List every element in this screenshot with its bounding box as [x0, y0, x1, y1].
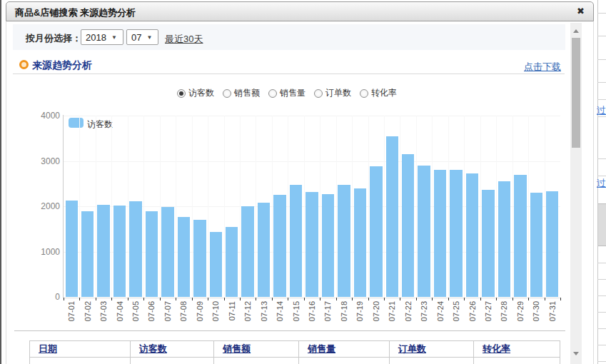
table-cell	[131, 357, 214, 364]
background-page-edge	[0, 0, 1, 364]
dialog-titlebar: 商品&店铺搜索 来源趋势分析 ✖	[6, 1, 594, 21]
grid-line	[528, 116, 529, 297]
metric-radio-2[interactable]: 销售量	[268, 87, 305, 99]
bar-07-26	[466, 173, 478, 297]
table-header-1[interactable]: 访客数	[131, 341, 214, 357]
bar-07-27	[482, 190, 494, 298]
grid-line	[320, 116, 320, 297]
background-cell-border	[597, 345, 606, 345]
x-tick-label: 07-22	[404, 301, 413, 330]
grid-line	[208, 116, 208, 297]
bar-07-16	[305, 192, 318, 297]
background-cell-border	[597, 59, 606, 60]
bar-07-19	[354, 188, 366, 297]
vertical-scrollbar[interactable]	[570, 23, 582, 364]
bar-07-02	[81, 211, 94, 297]
x-tick-label: 07-25	[452, 301, 460, 330]
last-30-days-link[interactable]: 最近30天	[165, 33, 203, 46]
scrollbar-thumb[interactable]	[572, 38, 580, 148]
grid-line	[368, 116, 369, 297]
background-cell-border	[597, 328, 606, 329]
x-tick-label: 07-03	[99, 301, 108, 330]
year-select[interactable]: 2018 ▼	[81, 29, 123, 45]
grid-line	[352, 116, 353, 297]
x-tick-label: 07-01	[67, 301, 76, 330]
bar-07-17	[322, 194, 334, 297]
y-tick-label: 4000	[21, 111, 60, 121]
radio-icon[interactable]	[268, 89, 277, 98]
metric-radio-label: 订单数	[325, 87, 351, 99]
x-tick-label: 07-24	[436, 301, 445, 330]
bar-07-15	[290, 185, 302, 297]
screen: 过过 商品&店铺搜索 来源趋势分析 ✖ 按月份选择： 2018 ▼ 07 ▼ 最…	[0, 0, 606, 364]
x-tick-label: 07-10	[211, 301, 220, 330]
section-title: 来源趋势分析	[32, 59, 92, 72]
y-tick-label: 0	[21, 292, 60, 302]
grid-line	[111, 116, 112, 297]
bar-07-21	[386, 136, 398, 297]
background-link-fragment: 过	[597, 177, 606, 190]
bar-07-04	[113, 206, 126, 297]
radio-icon[interactable]	[223, 89, 231, 98]
dialog-title: 商品&店铺搜索 来源趋势分析	[15, 6, 136, 19]
table-header-2[interactable]: 销售额	[214, 341, 299, 357]
month-select[interactable]: 07 ▼	[126, 29, 158, 45]
x-tick-label: 07-14	[276, 301, 284, 330]
metric-radio-1[interactable]: 销售额	[223, 87, 260, 99]
x-tick-label: 07-31	[548, 301, 557, 330]
download-link[interactable]: 点击下载	[524, 61, 561, 74]
scroll-up-icon[interactable]	[573, 29, 579, 33]
bar-07-23	[418, 166, 430, 297]
x-tick-label: 07-21	[388, 301, 396, 330]
x-tick-label: 07-07	[163, 301, 172, 330]
metric-radio-4[interactable]: 转化率	[360, 87, 397, 99]
bar-07-18	[338, 185, 350, 298]
table-header-0[interactable]: 日期	[30, 341, 131, 357]
grid-line	[432, 116, 433, 297]
x-tick-label: 07-18	[340, 301, 348, 330]
bar-07-05	[129, 201, 141, 297]
grid-line	[272, 116, 273, 297]
table-header-row: 日期访客数销售额销售量订单数转化率	[29, 340, 560, 358]
background-cell-border	[597, 158, 606, 159]
background-cell-border	[597, 82, 606, 83]
grid-line	[496, 116, 497, 297]
x-tick-label: 07-28	[500, 301, 508, 330]
radio-icon[interactable]	[314, 89, 323, 98]
metric-radio-group: 访客数销售额销售量订单数转化率	[177, 87, 397, 99]
bar-07-03	[97, 205, 109, 297]
background-page-strip: 过过	[595, 0, 606, 364]
radio-icon[interactable]	[360, 89, 368, 98]
table-cell	[474, 357, 560, 364]
bar-07-20	[370, 166, 382, 297]
x-tick-label: 07-26	[468, 301, 477, 330]
metric-radio-0[interactable]: 访客数	[177, 87, 214, 99]
bar-07-30	[530, 193, 542, 297]
grid-line	[176, 116, 176, 297]
bar-07-22	[402, 154, 414, 297]
table-header-4[interactable]: 订单数	[390, 341, 474, 357]
year-select-value: 2018	[86, 32, 106, 43]
x-tick-label: 07-13	[260, 301, 268, 330]
background-cell-border	[597, 36, 606, 36]
bar-07-31	[546, 191, 558, 297]
metric-radio-label: 转化率	[371, 87, 397, 99]
grid-line	[448, 116, 449, 297]
table-header-3[interactable]: 销售量	[299, 341, 390, 357]
grid-line	[545, 116, 545, 297]
grid-line	[384, 116, 385, 297]
close-icon[interactable]: ✖	[577, 6, 585, 16]
table-cell	[390, 357, 474, 364]
x-tick-label: 07-29	[516, 301, 525, 330]
grid-line	[304, 116, 305, 297]
x-tick-label: 07-20	[372, 301, 380, 330]
bar-07-01	[66, 201, 78, 297]
scroll-down-icon[interactable]	[573, 352, 579, 355]
month-filter-label: 按月份选择：	[26, 32, 81, 45]
metric-radio-3[interactable]: 订单数	[314, 87, 351, 99]
table-header-5[interactable]: 转化率	[474, 341, 560, 357]
grid-line	[79, 116, 80, 297]
bar-07-28	[498, 181, 510, 297]
bar-chart-plot	[64, 116, 560, 297]
radio-icon[interactable]	[177, 89, 186, 98]
